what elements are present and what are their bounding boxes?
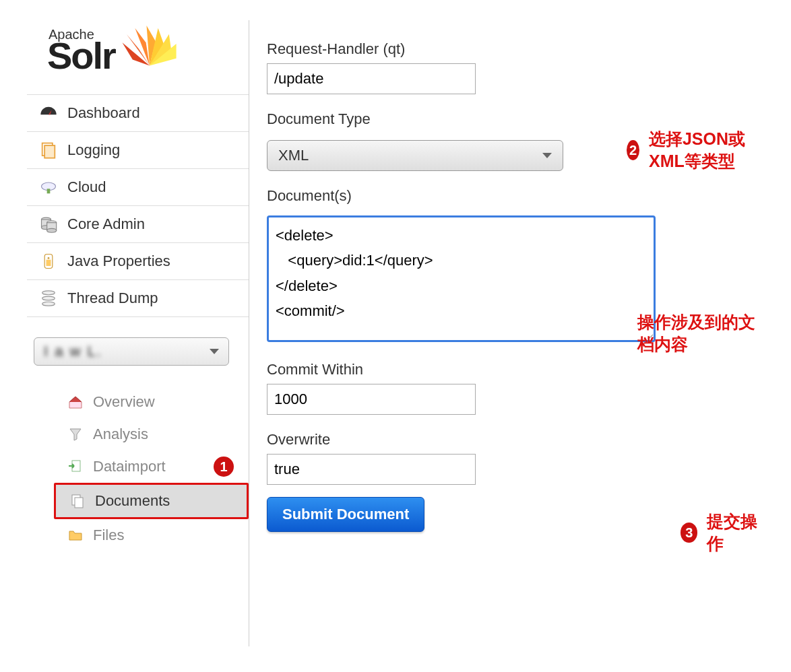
sidebar: Apache Solr xyxy=(27,20,249,646)
nav-cloud[interactable]: Cloud xyxy=(27,169,249,206)
annotation-text-3: 提交操作 xyxy=(707,510,764,555)
nav-label: Core Admin xyxy=(67,215,145,233)
logging-icon xyxy=(39,141,58,160)
annotation-badge-3: 3 xyxy=(681,523,697,543)
qt-input[interactable] xyxy=(267,63,476,94)
subnav-dataimport[interactable]: Dataimport 1 xyxy=(54,450,249,483)
documents-textarea[interactable] xyxy=(267,215,656,342)
nav-thread[interactable]: Thread Dump xyxy=(27,280,249,317)
svg-point-15 xyxy=(42,302,55,306)
logo-solr: Solr xyxy=(47,39,115,73)
svg-rect-3 xyxy=(47,189,51,193)
subnav-label: Overview xyxy=(93,393,155,411)
core-subnav: Overview Analysis Dataimport 1 Document xyxy=(27,386,249,551)
svg-rect-11 xyxy=(46,260,51,266)
annotation-docs: 操作涉及到的文档内容 xyxy=(637,311,764,356)
nav-label: Thread Dump xyxy=(67,290,158,307)
annotation-3: 3 提交操作 xyxy=(681,510,764,555)
folder-icon xyxy=(67,527,84,543)
nav-java[interactable]: Java Properties xyxy=(27,243,249,280)
subnav-documents[interactable]: Documents xyxy=(54,483,249,519)
doctype-value: XML xyxy=(278,147,309,164)
svg-rect-1 xyxy=(44,145,55,158)
annotation-text-2: 选择JSON或XML等类型 xyxy=(649,128,764,172)
documents-icon xyxy=(69,493,86,509)
import-icon xyxy=(67,459,84,475)
doctype-label: Document Type xyxy=(267,110,371,128)
subnav-label: Analysis xyxy=(93,426,148,443)
svg-point-14 xyxy=(42,296,55,300)
core-selector[interactable]: I a w L. xyxy=(34,337,229,366)
logo: Apache Solr xyxy=(27,20,249,94)
subnav-files[interactable]: Files xyxy=(54,519,249,551)
nav-coreadmin[interactable]: Core Admin xyxy=(27,206,249,243)
nav-logging[interactable]: Logging xyxy=(27,132,249,169)
nav-label: Logging xyxy=(67,141,120,159)
home-icon xyxy=(67,394,84,410)
docs-label: Document(s) xyxy=(267,187,764,205)
overwrite-input[interactable] xyxy=(267,454,476,485)
cloud-icon xyxy=(39,178,58,197)
java-icon xyxy=(39,252,58,271)
core-selected-value: I a w L. xyxy=(44,343,102,360)
nav-label: Dashboard xyxy=(67,104,140,122)
svg-point-9 xyxy=(47,228,57,232)
qt-label: Request-Handler (qt) xyxy=(267,40,764,58)
nav-label: Cloud xyxy=(67,178,106,196)
subnav-label: Documents xyxy=(95,492,170,510)
svg-point-12 xyxy=(48,257,50,259)
subnav-label: Dataimport xyxy=(93,458,166,475)
nav-label: Java Properties xyxy=(67,253,170,270)
dashboard-icon xyxy=(39,104,58,123)
annotation-2: 2 选择JSON或XML等类型 xyxy=(627,128,764,172)
chevron-down-icon xyxy=(542,153,552,158)
subnav-overview[interactable]: Overview xyxy=(54,386,249,418)
annotation-badge-2: 2 xyxy=(627,140,639,160)
commit-label: Commit Within xyxy=(267,361,764,378)
funnel-icon xyxy=(67,426,84,442)
subnav-label: Files xyxy=(93,527,124,544)
chevron-down-icon xyxy=(210,349,219,354)
nav-dashboard[interactable]: Dashboard xyxy=(27,95,249,132)
nav-list: Dashboard Logging Cloud Core Admin xyxy=(27,94,249,317)
svg-point-13 xyxy=(42,291,55,295)
submit-document-button[interactable]: Submit Document xyxy=(267,497,424,532)
main-content: Request-Handler (qt) Document Type XML D… xyxy=(249,20,764,646)
annotation-badge-1: 1 xyxy=(214,457,234,477)
overwrite-label: Overwrite xyxy=(267,431,764,448)
doctype-select[interactable]: XML xyxy=(267,140,563,171)
svg-rect-18 xyxy=(75,498,83,508)
commit-within-input[interactable] xyxy=(267,384,476,415)
thread-icon xyxy=(39,289,58,308)
subnav-analysis[interactable]: Analysis xyxy=(54,418,249,450)
sun-icon xyxy=(119,20,180,81)
coreadmin-icon xyxy=(39,215,58,234)
